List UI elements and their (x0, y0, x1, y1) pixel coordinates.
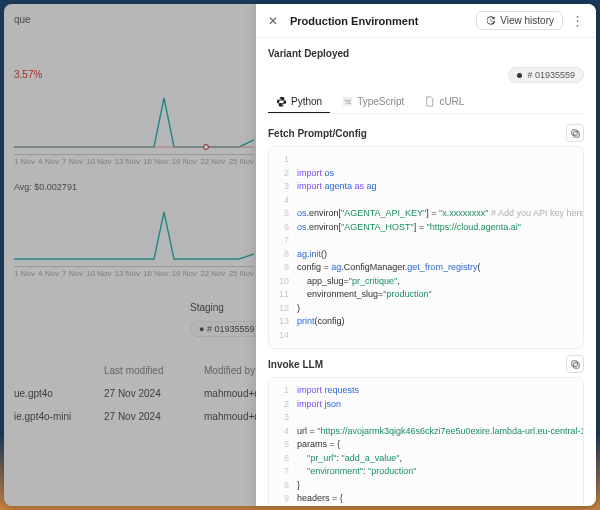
tab-typescript[interactable]: TS TypeScript (334, 91, 412, 113)
copy-icon (570, 359, 581, 370)
invoke-llm-title: Invoke LLM (268, 359, 323, 370)
variant-deployed-label: Variant Deployed (268, 48, 584, 59)
deployed-variant-chip[interactable]: # 01935559 (508, 67, 584, 83)
svg-text:TS: TS (345, 100, 351, 105)
copy-button[interactable] (566, 355, 584, 373)
svg-rect-4 (573, 131, 579, 137)
svg-rect-7 (571, 360, 577, 366)
file-icon (424, 96, 435, 107)
history-icon (485, 15, 496, 26)
copy-button[interactable] (566, 124, 584, 142)
svg-rect-6 (573, 362, 579, 368)
python-icon (276, 96, 287, 107)
svg-rect-5 (571, 129, 577, 135)
tab-python[interactable]: Python (268, 91, 330, 113)
more-icon[interactable]: ⋮ (569, 11, 586, 30)
lang-tabs: Python TS TypeScript cURL (268, 91, 584, 114)
copy-icon (570, 128, 581, 139)
tab-curl[interactable]: cURL (416, 91, 472, 113)
drawer-header: ✕ Production Environment View history ⋮ (256, 4, 596, 38)
close-icon[interactable]: ✕ (266, 12, 280, 30)
fetch-config-title: Fetch Prompt/Config (268, 128, 367, 139)
code-block-fetch[interactable]: 12import os3import agenta as ag45os.envi… (268, 146, 584, 349)
code-block-invoke[interactable]: 1import requests2import json34url = "htt… (268, 377, 584, 506)
view-history-button[interactable]: View history (476, 11, 563, 30)
drawer-title: Production Environment (290, 15, 418, 27)
env-drawer: ✕ Production Environment View history ⋮ … (256, 4, 596, 506)
typescript-icon: TS (342, 96, 353, 107)
